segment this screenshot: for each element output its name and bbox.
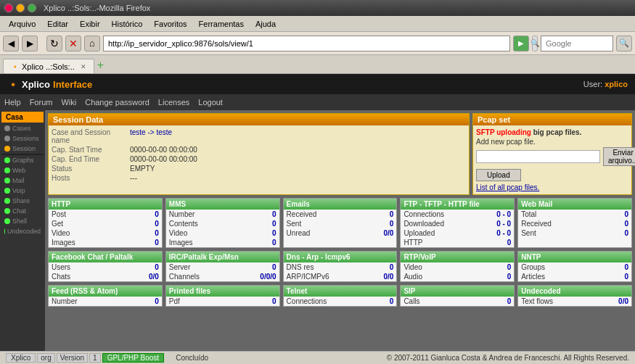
menu-exibir[interactable]: Exibir (74, 18, 106, 30)
app-title-accent: Interface (53, 79, 92, 90)
stat-box-telnet: TelnetConnections0 (283, 285, 398, 307)
stat-row: Total0 (518, 210, 631, 219)
window-controls[interactable] (4, 4, 36, 12)
stat-box-sip: SIPCalls0 (400, 285, 515, 307)
menu-ferramentas[interactable]: Ferramentas (193, 18, 250, 30)
tabbar: 🔸 Xplico ..:Sols:.. ✕ + (0, 55, 635, 74)
stat-row: Text flows0/0 (518, 297, 631, 306)
stat-row: Video0 (49, 228, 162, 238)
stat-title: NNTP (518, 252, 631, 262)
new-tab-button[interactable]: + (97, 59, 112, 73)
status-tab-org[interactable]: org (37, 353, 54, 363)
url-input[interactable] (103, 36, 510, 51)
menu-historico[interactable]: Histórico (106, 18, 149, 30)
stat-row: Contents0 (166, 219, 279, 228)
stat-row: Video0 (166, 228, 279, 238)
stat-row: Channels0/0/0 (166, 272, 279, 281)
tab-0[interactable]: 🔸 Xplico ..:Sols:.. ✕ (3, 59, 94, 73)
stat-title: MMS (166, 199, 279, 210)
minimize-btn[interactable] (16, 4, 25, 12)
stat-row: Server0 (166, 262, 279, 272)
search-icon: 🔍 (532, 36, 538, 51)
status-tabs: Xplico org Version 1 GPL/PHP Boost (6, 353, 164, 363)
session-data-title: Session Data (49, 114, 469, 125)
stat-row: Video0 (401, 262, 514, 272)
nav-forum[interactable]: Forum (30, 98, 53, 107)
stat-box-undecoded: UndecodedText flows0/0 (517, 285, 632, 307)
stat-row: Downloaded0 - 0 (401, 219, 514, 228)
stat-row: Users0 (49, 262, 162, 272)
navbar: ◀ ▶ ↻ ✕ ⌂ ▶ 🔍 🔍 (0, 32, 635, 55)
session-field-2: Cap. End Time 0000-00-00 00:00:00 (52, 155, 466, 163)
pcap-enviar-button[interactable]: Enviar arquivo... (603, 147, 635, 166)
sidebar-item-session[interactable]: Session (1, 144, 44, 154)
sidebar-item-sessions[interactable]: Sessions (1, 133, 44, 144)
stat-row: Images0 (49, 238, 162, 247)
pcap-title: Pcap set (473, 114, 631, 125)
go-button[interactable]: ▶ (513, 36, 529, 51)
pcap-sftp-text: SFTP uploading big pcap files. (476, 128, 628, 136)
search-input[interactable] (541, 36, 613, 51)
titlebar: Xplico ..:Sols:..-Mozilla Firefox (0, 0, 635, 16)
stat-box-irc/paltalk-exp/msn: IRC/Paltalk Exp/MsnServer0Channels0/0/0 (165, 251, 280, 282)
sidebar: Casa Cases Sessions Session Graphs Web M… (0, 110, 45, 351)
sidebar-item-shell[interactable]: Shell (1, 216, 44, 226)
menu-favoritos[interactable]: Favoritos (148, 18, 192, 30)
stat-row: Received0 (284, 210, 397, 219)
nav-wiki[interactable]: Wiki (61, 98, 76, 107)
sidebar-item-voip[interactable]: Voip (1, 186, 44, 196)
nav-change-password[interactable]: Change password (85, 98, 149, 107)
stop-button[interactable]: ✕ (65, 36, 81, 51)
pcap-file-input[interactable] (476, 150, 600, 163)
status-version-num: 1 (89, 353, 101, 363)
menu-editar[interactable]: Editar (41, 18, 74, 30)
sidebar-item-mail[interactable]: Mail (1, 175, 44, 186)
menu-arquivo[interactable]: Arquivo (3, 18, 41, 30)
stat-row: Audio0 (401, 272, 514, 281)
forward-button[interactable]: ▶ (22, 36, 38, 51)
maximize-btn[interactable] (28, 4, 36, 12)
home-button[interactable]: ⌂ (84, 36, 100, 51)
tab-close-icon[interactable]: ✕ (81, 63, 86, 70)
pcap-upload-button[interactable]: Upload (476, 169, 521, 181)
stat-row: HTTP0 (401, 238, 514, 247)
tab-icon: 🔸 (11, 63, 19, 70)
sidebar-item-chat[interactable]: Chat (1, 206, 44, 216)
pcap-list-link[interactable]: List of all pcap files. (476, 183, 539, 191)
app-nav: Help Forum Wiki Change password Licenses… (0, 94, 635, 110)
sidebar-item-undecoded[interactable]: Undecoded (1, 226, 44, 236)
search-go-button[interactable]: 🔍 (616, 36, 632, 51)
stat-box-mms: MMSNumber0Contents0Video0Images0 (165, 198, 280, 248)
nav-help[interactable]: Help (4, 98, 21, 107)
sidebar-item-casa[interactable]: Casa (1, 112, 44, 123)
stat-row: Number0 (49, 297, 162, 306)
status-tab-gpl[interactable]: GPL/PHP Boost (102, 353, 165, 363)
main-content: Casa Cases Sessions Session Graphs Web M… (0, 110, 635, 351)
status-left: Concluído (176, 354, 208, 362)
back-button[interactable]: ◀ (3, 36, 19, 51)
user-info: User: xplico (583, 80, 628, 88)
sidebar-item-share[interactable]: Share (1, 196, 44, 206)
app-title: Xplico (22, 79, 50, 90)
stat-row: Groups0 (518, 262, 631, 272)
sidebar-item-web[interactable]: Web (1, 165, 44, 175)
sidebar-item-cases[interactable]: Cases (1, 123, 44, 133)
reload-button[interactable]: ↻ (46, 36, 62, 51)
stat-title: RTP/VoIP (401, 252, 514, 262)
username: xplico (605, 80, 628, 88)
session-field-4: Hosts --- (52, 174, 466, 182)
sidebar-item-graphs[interactable]: Graphs (1, 155, 44, 165)
nav-logout[interactable]: Logout (198, 98, 223, 107)
stat-title: Feed (RSS & Atom) (49, 286, 162, 297)
tab-label: Xplico ..:Sols:.. (22, 62, 75, 71)
stat-row: DNS res0 (284, 262, 397, 272)
stat-row: Images0 (166, 238, 279, 247)
stat-box-feed-(rss-&-atom): Feed (RSS & Atom)Number0 (48, 285, 163, 307)
status-tab-xplico[interactable]: Xplico (6, 353, 36, 363)
stats-row-3: Feed (RSS & Atom)Number0Printed filesPdf… (48, 285, 632, 307)
pcap-box: Pcap set SFTP uploading big pcap files. … (472, 113, 632, 195)
nav-licenses[interactable]: Licenses (158, 98, 189, 107)
stat-title: FTP - TFTP - HTTP file (401, 199, 514, 210)
menu-ajuda[interactable]: Ajuda (250, 18, 282, 30)
close-btn[interactable] (4, 4, 13, 12)
